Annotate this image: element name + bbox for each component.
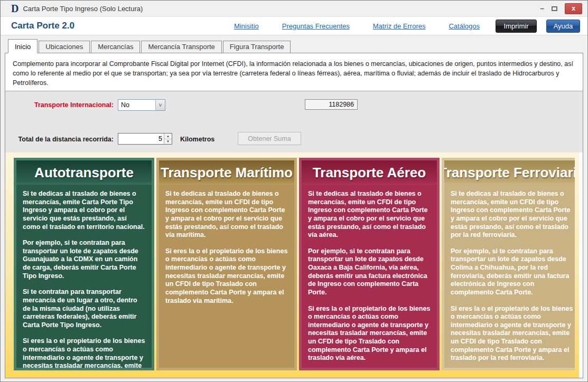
tab-mercancia-transporte[interactable]: Mercancía Transporte <box>141 41 221 53</box>
tab-strip: Inicio Ubicaciones Mercancías Mercancía … <box>5 39 583 53</box>
paragraph: Si eres la o el propietario de los biene… <box>23 337 145 370</box>
panel-autotransporte-title: Autotransporte <box>16 160 152 185</box>
transporte-internacional-label: Transporte Internacional: <box>11 101 114 109</box>
paragraph: Por ejemplo, si te contratan para transp… <box>451 247 573 297</box>
titlebar: D Carta Porte Tipo Ingreso (Solo Lectura… <box>1 1 587 16</box>
paragraph: Si te contratan para transportar mercanc… <box>23 288 145 329</box>
distancia-stepper[interactable]: ▲ ▼ <box>118 133 172 145</box>
link-minisitio[interactable]: Minisitio <box>234 22 259 30</box>
panel-transporte-aereo-title: Transporte Aéreo <box>302 160 437 185</box>
window-title: Carta Porte Tipo Ingreso (Solo Lectura) <box>23 5 540 13</box>
panel-transporte-aereo-body: Si te dedicas al traslado de bienes o me… <box>302 185 437 370</box>
panel-transporte-maritimo-body: Si te dedicas al traslado de bienes o me… <box>159 185 294 318</box>
obtener-suma-button[interactable]: Obtener Suma <box>238 132 301 145</box>
distancia-input[interactable] <box>118 133 164 144</box>
chevron-down-icon[interactable]: ˅ <box>155 100 165 110</box>
paragraph: Si eres la o el propietario de los biene… <box>165 247 288 305</box>
tab-ubicaciones[interactable]: Ubicaciones <box>39 41 90 53</box>
panels-frame: Autotransporte Si te dedicas al traslado… <box>5 152 579 378</box>
panels-row: Autotransporte Si te dedicas al traslado… <box>14 158 575 370</box>
app-window: D Carta Porte Tipo Ingreso (Solo Lectura… <box>0 0 588 382</box>
header-bar: Carta Porte 2.0 Minisitio Preguntas Frec… <box>1 16 587 35</box>
panel-autotransporte: Autotransporte Si te dedicas al traslado… <box>14 158 154 370</box>
spinner-up-icon[interactable]: ▲ <box>164 133 172 139</box>
paragraph: Si te dedicas al traslado de bienes o me… <box>308 190 431 240</box>
kilometros-label: Kilometros <box>180 136 214 143</box>
stepper-buttons: ▲ ▼ <box>164 133 172 144</box>
link-matriz-de-errores[interactable]: Matriz de Errores <box>373 22 426 30</box>
tab-content: Complemento para incorporar al Comproban… <box>5 53 583 378</box>
paragraph: Por ejemplo, si te contratan para transp… <box>23 239 145 280</box>
window-controls: – x <box>540 3 584 14</box>
folio-field: 1182986 <box>305 99 358 110</box>
close-icon[interactable]: x <box>565 3 582 14</box>
tab-figura-transporte[interactable]: Figura Transporte <box>223 41 291 53</box>
form-area: Transporte Internacional: No ˅ 1182986 T… <box>5 91 583 152</box>
page-title: Carta Porte 2.0 <box>11 21 74 31</box>
imprimir-button[interactable]: Imprimir <box>496 20 537 33</box>
spinner-down-icon[interactable]: ▼ <box>164 139 172 145</box>
paragraph: Si te dedicas al traslado de bienes o me… <box>23 190 145 231</box>
panel-transporte-maritimo-title: Transporte Marítimo <box>159 160 294 185</box>
header-links: Minisitio Preguntas Frecuentes Matriz de… <box>234 22 480 30</box>
panel-transporte-aereo: Transporte Aéreo Si te dedicas al trasla… <box>299 158 440 370</box>
paragraph: Si te dedicas al traslado de bienes o me… <box>165 190 288 240</box>
transporte-internacional-select[interactable]: No ˅ <box>118 99 165 111</box>
panel-transporte-ferroviario-body: Si te dedicas al traslado de bienes o me… <box>444 185 575 370</box>
minimize-icon[interactable]: – <box>540 6 544 11</box>
transporte-internacional-value: No <box>118 101 155 109</box>
panel-transporte-ferroviario: Transporte Ferroviario Si te dedicas al … <box>442 158 575 370</box>
paragraph: Por ejemplo, si te contratan para transp… <box>308 247 431 297</box>
tab-inicio[interactable]: Inicio <box>8 39 38 53</box>
panel-transporte-ferroviario-title: Transporte Ferroviario <box>444 160 575 185</box>
paragraph: Si eres la o el propietario de los biene… <box>451 305 573 362</box>
link-catalogos[interactable]: Catálogos <box>449 22 480 30</box>
intro-text: Complemento para incorporar al Comproban… <box>5 53 583 91</box>
ayuda-button[interactable]: Ayuda <box>546 20 580 33</box>
panel-transporte-maritimo: Transporte Marítimo Si te dedicas al tra… <box>156 158 297 370</box>
paragraph: Si te dedicas al traslado de bienes o me… <box>451 190 573 240</box>
app-logo-icon: D <box>11 3 18 14</box>
distancia-label: Total de la distancia recorrida: <box>5 136 114 143</box>
paragraph: Si eres la o el propietario de los biene… <box>308 305 431 362</box>
tab-mercancias[interactable]: Mercancías <box>91 41 140 53</box>
panel-autotransporte-body: Si te dedicas al traslado de bienes o me… <box>16 185 152 370</box>
link-preguntas-frecuentes[interactable]: Preguntas Frecuentes <box>282 22 350 30</box>
maximize-icon[interactable] <box>552 6 557 11</box>
